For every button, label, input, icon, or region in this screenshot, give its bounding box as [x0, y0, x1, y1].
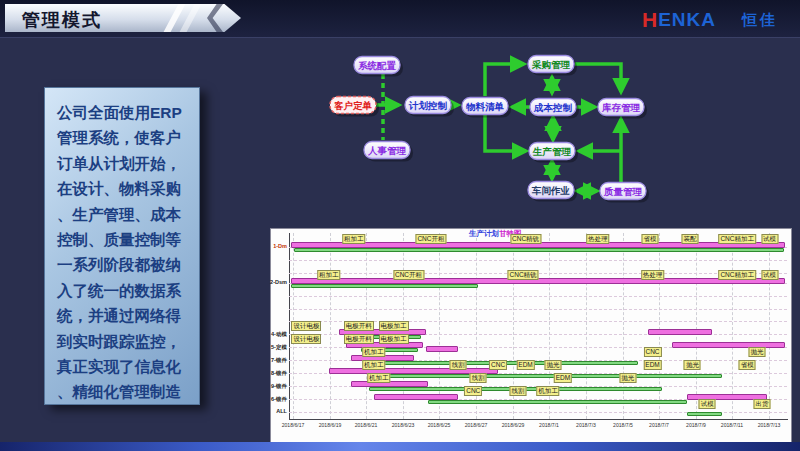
gantt-row-label: 7-镶件	[259, 356, 287, 364]
logo-chinese-text: 恒佳	[742, 11, 778, 30]
gantt-date-label: 2018/7/1	[539, 422, 559, 427]
gantt-bar	[672, 342, 784, 348]
gantt-date-label: 2018/6/23	[391, 422, 414, 427]
gantt-task-chip: 抛光	[619, 373, 636, 383]
gantt-task-chip: 线割	[450, 360, 467, 370]
node-workshop: 车间作业	[528, 182, 577, 202]
node-plan-control: 计划控制	[405, 97, 454, 117]
gantt-task-chip: 抛光	[544, 360, 561, 370]
gantt-task-chip: 省模	[642, 234, 659, 244]
svg-text:系统配置: 系统配置	[358, 60, 397, 71]
node-bom: 物料清单	[462, 98, 511, 118]
gantt-task-chip: 电极开料	[344, 321, 374, 331]
logo-text: ENKA	[658, 9, 716, 31]
gantt-task-chip: 设计电极	[291, 321, 321, 331]
banner-notch	[207, 4, 223, 32]
gantt-task-chip: 电极加工	[379, 334, 409, 344]
gantt-bar	[294, 248, 785, 252]
gantt-date-label: 2018/6/25	[428, 422, 451, 427]
gantt-task-chip: 电极加工	[379, 321, 409, 331]
gantt-bar	[428, 400, 687, 404]
gantt-task-chip: CNC精加工	[718, 270, 756, 280]
gantt-task-chip: CNC精加工	[718, 234, 756, 244]
gantt-task-chip: 试模	[699, 399, 716, 409]
gantt-title-part1: 生产计划	[469, 229, 499, 238]
gantt-task-chip: 线割	[470, 373, 487, 383]
gantt-date-label: 2018/7/11	[721, 422, 743, 427]
gantt-date-label: 2018/6/21	[355, 422, 378, 427]
gantt-x-axis	[289, 419, 788, 420]
svg-text:人事管理: 人事管理	[367, 145, 407, 156]
gantt-date-label: 2018/6/17	[282, 422, 305, 427]
gantt-task-chip: 电极开料	[344, 334, 374, 344]
gantt-task-chip: 机加工	[362, 347, 386, 357]
gantt-date-label: 2018/6/19	[318, 422, 341, 427]
node-cost-control: 成本控制	[530, 99, 579, 119]
gantt-task-chip: 机加工	[362, 360, 386, 370]
gantt-date-label: 2018/7/7	[649, 422, 669, 427]
gantt-date-label: 2018/7/5	[613, 422, 633, 427]
gantt-task-chip: 试模	[761, 270, 778, 280]
gantt-bar	[426, 346, 458, 352]
gantt-task-chip: 热处理	[641, 270, 665, 280]
gantt-bar	[687, 412, 722, 416]
arrow-caigou-kucun	[575, 64, 621, 92]
gantt-task-chip: EDM	[554, 373, 572, 383]
footer-bar	[0, 442, 800, 451]
gantt-task-chip: CNC开粗	[415, 234, 446, 244]
gantt-bar	[291, 284, 478, 288]
gantt-task-chip: 抛光	[684, 360, 701, 370]
gantt-bar	[371, 374, 722, 378]
gantt-row-label: ALL	[259, 408, 287, 414]
page-title: 管理模式	[22, 8, 102, 32]
gantt-row-label: 2-Dsm	[259, 279, 287, 285]
gantt-row-gridline	[289, 260, 787, 261]
node-production: 生产管理	[529, 143, 578, 163]
gantt-task-chip: CNC	[643, 347, 661, 357]
gantt-task-chip: 粗加工	[317, 270, 341, 280]
gantt-task-chip: 机加工	[367, 373, 391, 383]
gantt-task-chip: 粗加工	[342, 234, 366, 244]
arrow-wuliao-caigou	[485, 64, 524, 96]
gantt-task-chip: 热处理	[586, 234, 610, 244]
svg-text:质量管理: 质量管理	[603, 186, 643, 197]
svg-text:库存管理: 库存管理	[601, 102, 641, 113]
node-customer-order: 客户定单	[330, 97, 379, 117]
gantt-task-chip: 设计电极	[291, 334, 321, 344]
svg-text:生产管理: 生产管理	[532, 146, 572, 157]
gantt-task-chip: EDM	[516, 360, 534, 370]
gantt-date-label: 2018/7/13	[758, 422, 781, 427]
erp-flowchart: 系统配置 客户定单 计划控制 物料清单 成本控制	[300, 45, 760, 223]
gantt-task-chip: 机加工	[536, 386, 560, 396]
svg-text:采购管理: 采购管理	[531, 59, 571, 70]
node-inventory: 库存管理	[598, 99, 647, 119]
intro-text: 公司全面使用ERP 管理系统，使客户 订单从计划开始， 在设计、物料采购 、生产…	[45, 88, 199, 405]
node-purchasing: 采购管理	[528, 56, 577, 76]
gantt-row-label: 8-镶件	[259, 369, 287, 377]
flow-connectors	[376, 64, 621, 191]
gantt-row-gridline	[289, 296, 787, 297]
gantt-task-chip: 抛光	[749, 347, 766, 357]
gantt-task-chip: CNC开粗	[393, 270, 424, 280]
svg-text:车间作业: 车间作业	[531, 185, 570, 196]
gantt-task-chip: 出货	[754, 399, 771, 409]
logo-h-icon: H	[642, 8, 658, 32]
gantt-task-chip: CNC	[464, 386, 482, 396]
arrow-wuliao-shengchan	[485, 115, 526, 151]
gantt-row-label: 9-镶件	[259, 382, 287, 390]
gantt-date-label: 2018/7/3	[576, 422, 596, 427]
gantt-task-chip: CNC	[489, 360, 507, 370]
gantt-task-chip: 试模	[761, 234, 778, 244]
gantt-task-chip: 装配	[681, 234, 698, 244]
intro-text-panel: 公司全面使用ERP 管理系统，使客户 订单从计划开始， 在设计、物料采购 、生产…	[44, 87, 200, 405]
gantt-y-axis	[289, 233, 290, 420]
node-quality: 质量管理	[600, 183, 649, 203]
gantt-row-label: 5-定模	[259, 343, 287, 351]
henka-logo: HENKA 恒佳	[642, 8, 778, 32]
gantt-row-gridline	[289, 309, 787, 310]
gantt-date-label: 2018/6/29	[501, 422, 524, 427]
gantt-task-chip: EDM	[643, 360, 661, 370]
gantt-date-label: 2018/7/9	[686, 422, 706, 427]
presentation-slide: 管理模式 HENKA 恒佳 公司全面使用ERP 管理系统，使客户 订单从计划开始…	[0, 0, 800, 451]
node-system-config: 系统配置	[354, 57, 403, 77]
